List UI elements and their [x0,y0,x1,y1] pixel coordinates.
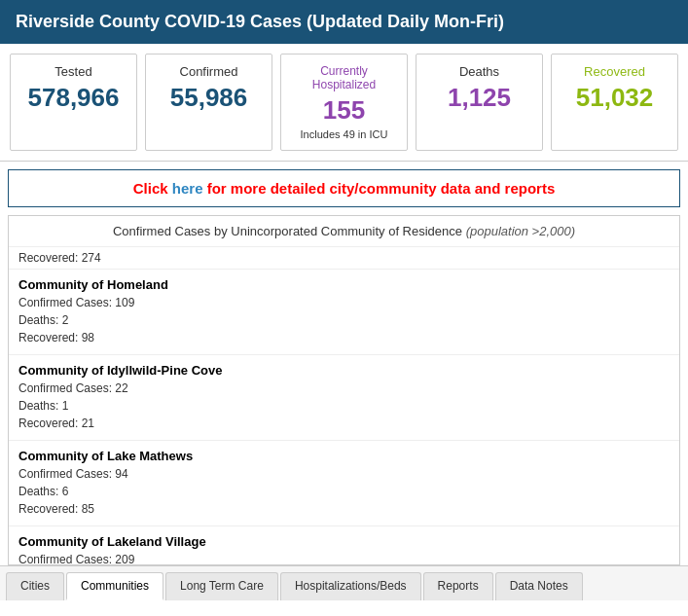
community-recovered-0: Recovered: 98 [18,329,670,346]
banner-suffix: for more detailed city/community data an… [202,180,555,197]
tab-long-term-care[interactable]: Long Term Care [165,572,278,600]
community-name-1: Community of Idyllwild-Pine Cove [18,363,670,378]
tab-data-notes[interactable]: Data Notes [495,572,583,600]
community-deaths-1: Deaths: 1 [18,397,670,415]
community-block-1: Community of Idyllwild-Pine Cove Confirm… [9,355,679,441]
tested-value: 578,966 [18,83,128,113]
header-title: Riverside County COVID-19 Cases (Updated… [16,12,504,31]
deaths-value: 1,125 [424,83,534,113]
stats-row: Tested 578,966 Confirmed 55,986 Currentl… [0,44,688,162]
community-deaths-2: Deaths: 6 [18,483,670,500]
tab-communities[interactable]: Communities [66,572,163,600]
hospitalized-value: 155 [289,95,399,126]
banner-prefix: Click [133,180,172,197]
community-recovered-2: Recovered: 85 [18,500,670,518]
community-recovered-1: Recovered: 21 [18,415,670,432]
stat-recovered: Recovered 51,032 [551,54,678,151]
tabs-row: Cities Communities Long Term Care Hospit… [0,565,688,600]
confirmed-value: 55,986 [154,83,264,113]
stat-hospitalized: Currently Hospitalized 155 Includes 49 i… [280,54,408,151]
deaths-label: Deaths [424,64,534,79]
tested-label: Tested [18,64,128,79]
stat-confirmed: Confirmed 55,986 [145,54,272,151]
hospitalized-label: Currently Hospitalized [289,64,399,91]
recovered-label: Recovered [560,64,670,79]
top-recovered-line: Recovered: 274 [9,247,679,270]
community-confirmed-1: Confirmed Cases: 22 [18,380,670,397]
community-name-2: Community of Lake Mathews [18,449,670,463]
community-name-0: Community of Homeland [18,277,670,292]
community-confirmed-2: Confirmed Cases: 94 [18,465,670,483]
community-block-0: Community of Homeland Confirmed Cases: 1… [9,270,679,355]
stat-tested: Tested 578,966 [10,54,137,151]
tab-reports[interactable]: Reports [423,572,493,600]
recovered-value: 51,032 [560,83,670,113]
section-header-italic: (population >2,000) [466,224,575,238]
community-block-2: Community of Lake Mathews Confirmed Case… [9,441,679,526]
section-header-text: Confirmed Cases by Unincorporated Commun… [113,224,462,238]
tab-cities[interactable]: Cities [6,572,64,600]
tab-hospitalizations-beds[interactable]: Hospitalizations/Beds [280,572,421,600]
community-confirmed-3: Confirmed Cases: 209 [18,551,670,565]
confirmed-label: Confirmed [154,64,264,79]
hospitalized-sub: Includes 49 in ICU [289,128,399,140]
page-header: Riverside County COVID-19 Cases (Updated… [0,0,688,44]
community-confirmed-0: Confirmed Cases: 109 [18,294,670,311]
section-header: Confirmed Cases by Unincorporated Commun… [9,216,679,247]
stat-deaths: Deaths 1,125 [416,54,543,151]
main-content: Confirmed Cases by Unincorporated Commun… [8,215,680,565]
top-recovered-text: Recovered: 274 [18,251,101,265]
click-banner: Click here for more detailed city/commun… [8,169,680,207]
community-block-3: Community of Lakeland Village Confirmed … [9,526,679,565]
banner-link[interactable]: here [172,180,203,197]
community-deaths-0: Deaths: 2 [18,311,670,329]
community-name-3: Community of Lakeland Village [18,534,670,549]
